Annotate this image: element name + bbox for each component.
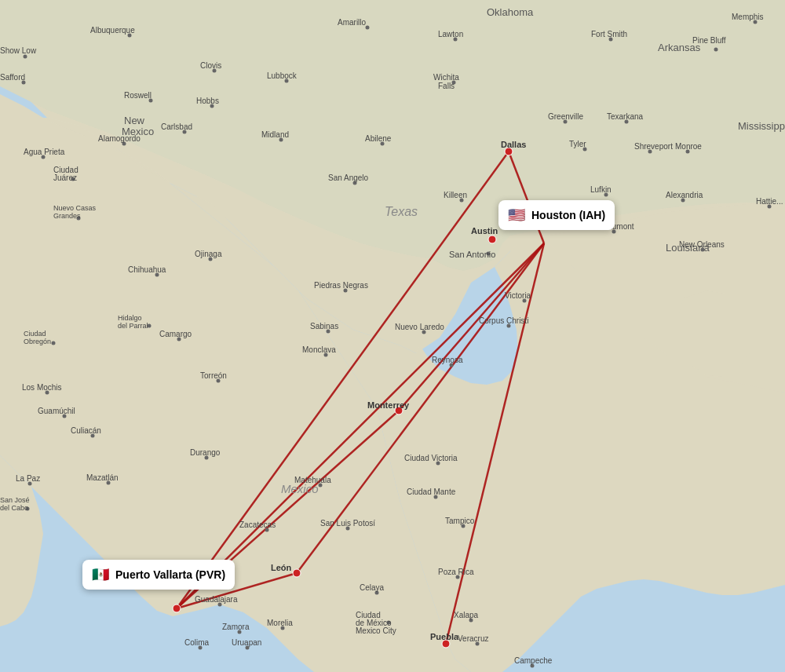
svg-text:Monclava: Monclava bbox=[302, 345, 336, 354]
svg-text:Matehuala: Matehuala bbox=[294, 476, 331, 484]
svg-text:Durango: Durango bbox=[190, 448, 221, 457]
svg-text:Tyler: Tyler bbox=[569, 140, 586, 148]
svg-text:del Cabo: del Cabo bbox=[0, 504, 28, 512]
svg-text:Lawton: Lawton bbox=[438, 30, 463, 38]
pvr-label: Puerto Vallarta (PVR) bbox=[115, 568, 225, 581]
svg-text:La Paz: La Paz bbox=[16, 474, 40, 483]
svg-text:Safford: Safford bbox=[0, 73, 25, 82]
svg-text:Juárez: Juárez bbox=[53, 173, 77, 182]
svg-text:New: New bbox=[124, 115, 145, 126]
svg-text:Wichita: Wichita bbox=[433, 73, 459, 82]
svg-text:Texarkana: Texarkana bbox=[607, 112, 644, 121]
svg-text:Alexandria: Alexandria bbox=[666, 191, 703, 199]
svg-text:Uruapan: Uruapan bbox=[232, 638, 261, 647]
svg-text:Killeen: Killeen bbox=[444, 191, 467, 199]
svg-text:Grandes: Grandes bbox=[53, 212, 81, 220]
svg-text:Zacatecas: Zacatecas bbox=[239, 520, 276, 529]
svg-text:León: León bbox=[271, 563, 292, 572]
svg-text:Tampico: Tampico bbox=[445, 517, 475, 525]
us-flag: 🇺🇸 bbox=[508, 206, 525, 224]
map-container: Oklahoma Arkansas Mississippi Louisiana … bbox=[0, 0, 785, 672]
svg-text:San José: San José bbox=[0, 496, 30, 504]
svg-text:Show Low: Show Low bbox=[0, 46, 37, 55]
svg-text:Greenville: Greenville bbox=[548, 112, 583, 121]
svg-text:Monroe: Monroe bbox=[675, 142, 702, 151]
svg-text:Veracruz: Veracruz bbox=[458, 634, 488, 643]
houston-info-box: 🇺🇸 Houston (IAH) bbox=[498, 200, 615, 230]
svg-text:Sabinas: Sabinas bbox=[310, 322, 338, 331]
svg-text:Mexico City: Mexico City bbox=[356, 626, 396, 635]
svg-text:del Parral: del Parral bbox=[118, 322, 148, 330]
svg-text:Roswell: Roswell bbox=[124, 91, 152, 100]
svg-text:Lubbock: Lubbock bbox=[267, 71, 298, 80]
svg-text:San Luis Potosí: San Luis Potosí bbox=[320, 519, 375, 528]
svg-point-19 bbox=[366, 26, 370, 30]
svg-text:Nuevo Casas: Nuevo Casas bbox=[53, 204, 97, 212]
svg-text:Fort Smith: Fort Smith bbox=[591, 30, 627, 38]
svg-point-73 bbox=[488, 236, 496, 243]
svg-text:Memphis: Memphis bbox=[732, 13, 764, 21]
svg-text:Morelia: Morelia bbox=[267, 619, 293, 627]
svg-text:Ojinaga: Ojinaga bbox=[195, 250, 222, 258]
svg-text:Carlsbad: Carlsbad bbox=[161, 122, 192, 131]
svg-text:Xalapa: Xalapa bbox=[454, 611, 479, 619]
svg-text:Oklahoma: Oklahoma bbox=[487, 6, 534, 18]
svg-text:Reynosa: Reynosa bbox=[432, 356, 463, 364]
svg-text:Guadalajara: Guadalajara bbox=[195, 595, 238, 604]
svg-text:Falls: Falls bbox=[438, 82, 455, 90]
svg-text:Puebla: Puebla bbox=[430, 632, 459, 641]
svg-text:San Antonio: San Antonio bbox=[449, 250, 495, 259]
svg-text:Pine Bluff: Pine Bluff bbox=[692, 36, 726, 45]
svg-text:Midland: Midland bbox=[261, 130, 289, 139]
svg-text:Obregón: Obregón bbox=[24, 338, 51, 345]
svg-text:Zamora: Zamora bbox=[222, 623, 250, 631]
svg-text:Alamogordo: Alamogordo bbox=[98, 134, 141, 143]
svg-text:Guamúchil: Guamúchil bbox=[38, 407, 75, 415]
svg-text:Nuevo Laredo: Nuevo Laredo bbox=[395, 323, 444, 331]
svg-text:Austin: Austin bbox=[471, 226, 498, 236]
svg-text:Hattie...: Hattie... bbox=[756, 197, 783, 206]
svg-text:Albuquerque: Albuquerque bbox=[90, 26, 135, 35]
svg-text:New Orleans: New Orleans bbox=[679, 240, 725, 249]
pvr-info-box: 🇲🇽 Puerto Vallarta (PVR) bbox=[82, 560, 235, 590]
svg-text:Agua Prieta: Agua Prieta bbox=[24, 148, 65, 156]
svg-text:Mazatlán: Mazatlán bbox=[86, 473, 119, 482]
mx-flag: 🇲🇽 bbox=[92, 566, 109, 583]
svg-text:Campeche: Campeche bbox=[514, 656, 553, 665]
svg-text:Mississippi: Mississippi bbox=[738, 120, 785, 132]
svg-text:Dallas: Dallas bbox=[501, 140, 526, 149]
svg-text:San Angelo: San Angelo bbox=[328, 173, 369, 182]
svg-text:Victoria: Victoria bbox=[505, 291, 531, 300]
svg-text:Camargo: Camargo bbox=[159, 330, 192, 338]
svg-text:Hidalgo: Hidalgo bbox=[118, 314, 142, 322]
svg-text:Chihuahua: Chihuahua bbox=[128, 265, 166, 274]
svg-text:Culiacán: Culiacán bbox=[71, 426, 101, 435]
svg-text:Poza Rica: Poza Rica bbox=[438, 568, 474, 576]
svg-text:Amarillo: Amarillo bbox=[338, 18, 367, 27]
svg-text:Monterrey: Monterrey bbox=[367, 400, 410, 410]
houston-label: Houston (IAH) bbox=[531, 209, 605, 221]
svg-text:Piedras Negras: Piedras Negras bbox=[314, 281, 368, 290]
svg-text:Hobbs: Hobbs bbox=[196, 97, 219, 105]
svg-text:Abilene: Abilene bbox=[365, 134, 392, 143]
svg-point-141 bbox=[293, 569, 301, 577]
svg-text:Corpus Christi: Corpus Christi bbox=[479, 316, 528, 325]
svg-point-173 bbox=[52, 341, 56, 345]
svg-text:Shreveport: Shreveport bbox=[634, 142, 673, 151]
svg-text:Celaya: Celaya bbox=[360, 583, 385, 592]
svg-text:Clovis: Clovis bbox=[200, 61, 221, 70]
svg-text:Torreón: Torreón bbox=[200, 371, 227, 380]
svg-text:Colima: Colima bbox=[184, 638, 210, 647]
svg-point-156 bbox=[173, 604, 181, 612]
svg-text:Ciudad: Ciudad bbox=[24, 330, 46, 338]
svg-text:Ciudad Mante: Ciudad Mante bbox=[407, 488, 456, 496]
svg-text:Lufkin: Lufkin bbox=[590, 185, 612, 194]
svg-point-25 bbox=[714, 48, 718, 52]
svg-text:Texas: Texas bbox=[385, 205, 418, 218]
svg-text:Los Mochis: Los Mochis bbox=[22, 383, 62, 392]
svg-text:Ciudad Victoria: Ciudad Victoria bbox=[404, 454, 458, 462]
svg-point-27 bbox=[24, 55, 27, 59]
